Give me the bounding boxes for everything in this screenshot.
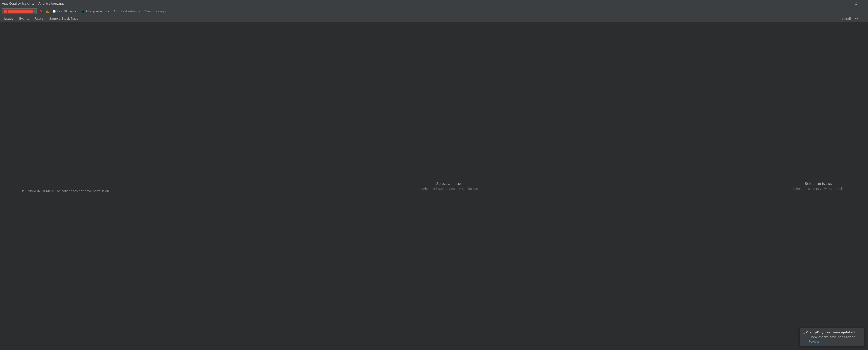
issues-content: PERMISSION_DENIED: The caller does not h…	[0, 22, 131, 350]
tab-issues[interactable]: Issues	[1, 15, 16, 22]
toolbar: ▾ ✕ ⚠ 🕐 Last 30 days ▾ 📱 All app version…	[0, 7, 868, 15]
chevron-down-icon: ▾	[34, 10, 35, 12]
warning-icon: ⚠	[45, 9, 49, 13]
toast-review-link[interactable]: Review	[803, 340, 860, 343]
time-filter-button[interactable]: 🕐 Last 30 days ▾	[51, 9, 78, 13]
details-panel: Select an issue. Select an issue to view…	[769, 22, 868, 350]
close-issue-button[interactable]: ✕	[39, 9, 43, 14]
toast-body: 6 new checks have been added	[803, 336, 860, 339]
tab-bar-right: Details ⚙ —	[842, 16, 867, 21]
stacktrace-empty-title: Select an issue.	[436, 182, 464, 186]
app-icon	[4, 10, 7, 13]
toast-header: ℹ Clang-Tidy has been updated	[803, 330, 860, 335]
version-filter-button[interactable]: 📱 All app versions ▾	[80, 9, 111, 13]
issues-panel: PERMISSION_DENIED: The caller does not h…	[0, 22, 131, 350]
app-version-icon: 📱	[81, 10, 85, 13]
version-filter-chevron: ▾	[107, 10, 109, 13]
stacktrace-content: Select an issue. Select an issue to view…	[131, 22, 769, 350]
refresh-button[interactable]: ↻	[113, 9, 118, 13]
refresh-icon: ↻	[114, 10, 117, 13]
time-filter-label: Last 30 days	[57, 10, 74, 13]
stacktrace-panel: Select an issue. Select an issue to view…	[131, 22, 769, 350]
tab-settings-button[interactable]: ⚙	[855, 16, 859, 21]
main-content: PERMISSION_DENIED: The caller does not h…	[0, 22, 868, 350]
details-label: Details	[842, 17, 852, 21]
settings-button[interactable]: ⚙	[854, 1, 859, 6]
permission-error-text: PERMISSION_DENIED: The caller does not h…	[22, 189, 109, 193]
stacktrace-empty-subtitle: Select an issue to view the stacktrace.	[422, 187, 479, 190]
details-empty-title: Select an issue.	[805, 182, 832, 186]
toast-info-icon: ℹ	[803, 330, 805, 335]
app-title: App Quality Insights	[2, 2, 34, 5]
file-name: AndroidApp.app	[38, 2, 64, 5]
minimize-button[interactable]: —	[861, 1, 866, 6]
title-bar: App Quality Insights AndroidApp.app ⚙ —	[0, 0, 868, 7]
notification-toast: ℹ Clang-Tidy has been updated 6 new chec…	[800, 328, 864, 346]
version-filter-label: All app versions	[86, 10, 106, 13]
app-name-redacted	[8, 10, 33, 12]
tab-bar: Issues Events Users Sample Stack Trace D…	[0, 15, 868, 22]
title-bar-controls: ⚙ —	[854, 1, 866, 6]
clock-icon: 🕐	[53, 10, 56, 13]
tab-close-button[interactable]: —	[861, 16, 865, 21]
toast-title: Clang-Tidy has been updated	[806, 331, 855, 334]
app-selector[interactable]: ▾	[2, 8, 37, 14]
tab-sample-stack-trace[interactable]: Sample Stack Trace	[46, 15, 82, 22]
tab-events[interactable]: Events	[16, 15, 32, 22]
tab-users[interactable]: Users	[32, 15, 46, 22]
time-filter-chevron: ▾	[75, 10, 76, 13]
details-empty-subtitle: Select an issue to view the details.	[793, 187, 844, 190]
refresh-timestamp: Last refreshed: 2 minutes ago	[121, 10, 165, 13]
details-content: Select an issue. Select an issue to view…	[769, 22, 868, 350]
